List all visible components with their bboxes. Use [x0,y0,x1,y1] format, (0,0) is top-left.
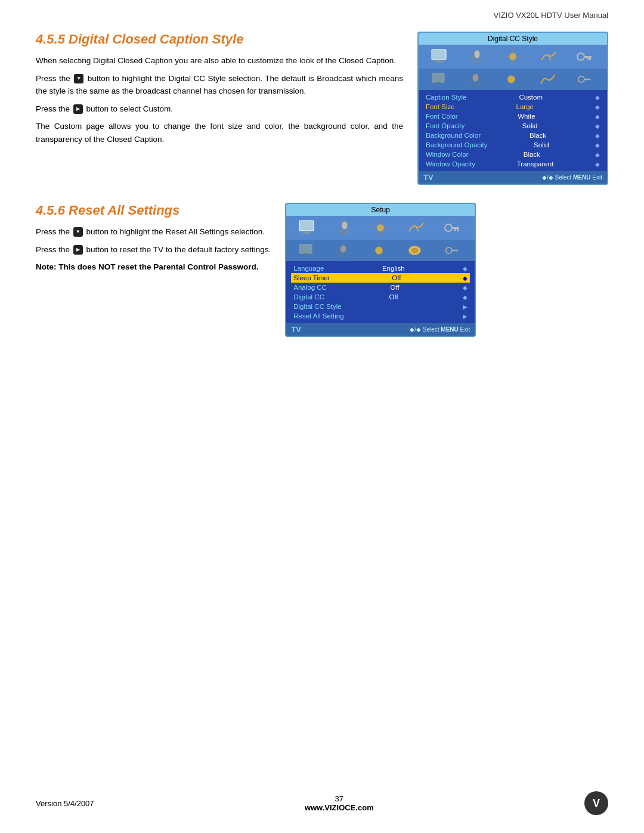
language-arrow: ◆ [463,265,467,272]
page-header: VIZIO VX20L HDTV User Manual [0,0,644,20]
digital-cc-value: Off [389,293,398,301]
svg-rect-14 [432,73,445,82]
small-icon-4 [538,71,559,88]
svg-point-10 [577,53,584,60]
reset-label: Reset All Setting [293,312,343,320]
section-456: 4.5.6 Reset All Settings Press the butto… [36,203,608,337]
panel1-row-bg-opacity: Background Opacity Solid ◆ [423,140,602,150]
setup-panel: Setup [285,203,476,337]
panel1-title: Digital CC Style [419,33,607,45]
small2-icon-2 [334,242,355,259]
font-opacity-arrow: ◆ [595,123,600,129]
svg-rect-34 [300,244,312,253]
font-color-label: Font Color [426,113,458,120]
page-number: 37 [305,794,374,803]
section-455-panel: Digital CC Style [417,32,608,185]
section-456-para2: Press the button to reset the TV to the … [36,243,271,256]
language-label: Language [293,265,324,272]
panel2-row-sleep-timer: Sleep Timer Off ◆ [291,273,470,283]
svg-rect-1 [436,60,441,61]
section-455-text: 4.5.5 Digital Closed Caption Style When … [36,32,403,185]
bg-color-value: Black [530,132,546,139]
bg-opacity-arrow: ◆ [595,142,600,148]
section-456-para1: Press the button to highlight the Reset … [36,225,271,239]
section-456-note: Note: This does NOT reset the Parental C… [36,261,271,274]
digital-cc-style-arrow: ▶ [463,304,467,310]
select-button-icon [73,104,83,114]
reset-arrow: ▶ [463,313,467,320]
panel1-icons-row1 [419,45,607,69]
vizio-logo: V [584,791,608,815]
panel1-row-caption-style: Caption Style Custom ◆ [423,92,602,102]
font-size-label: Font Size [426,103,455,110]
panel2-rows: Language English ◆ Sleep Timer Off ◆ Ana… [286,261,475,323]
font-size-value: Large [516,103,534,110]
small-icon-3 [502,71,524,88]
bird-icon [538,48,559,65]
panel2-footer-controls: ◆/◆ Select MENU Exit [410,326,470,333]
small2-icon-5 [441,242,463,259]
bg-color-label: Background Color [426,132,481,139]
svg-rect-13 [587,58,589,60]
footer-center: 37 www.VIZIOCE.com [305,794,374,812]
small2-icon-3 [370,242,391,259]
small-icon-1 [431,71,452,88]
svg-point-40 [446,247,452,253]
panel1-rows: Caption Style Custom ◆ Font Size Large ◆… [419,90,607,171]
svg-point-3 [474,50,480,58]
font-opacity-value: Solid [522,122,538,129]
version-text: Version 5/4/2007 [36,799,94,808]
website: www.VIZIOCE.com [305,803,374,812]
svg-point-25 [377,224,384,231]
manual-title: VIZIO VX20L HDTV User Manual [494,11,608,20]
monitor2-icon [298,219,320,236]
svg-point-16 [472,74,478,82]
down-button2-icon [73,227,83,237]
microphone-icon [466,48,488,65]
svg-point-36 [340,245,346,253]
panel1-footer-controls: ◆/◆ Select MENU Exit [542,174,602,181]
section-455-para1: When selecting Digital Closed Caption yo… [36,54,403,67]
main-content: 4.5.5 Digital Closed Caption Style When … [0,20,644,379]
select-button2-icon [73,245,83,255]
font-size-arrow: ◆ [595,104,600,110]
section-455-title: 4.5.5 Digital Closed Caption Style [36,32,403,47]
panel2-row-digital-cc: Digital CC Off ◆ [291,292,470,302]
digital-cc-style-panel: Digital CC Style [417,32,608,185]
svg-rect-2 [435,61,443,63]
sleep-timer-label: Sleep Timer [293,274,330,281]
font-color-value: White [518,113,535,120]
svg-rect-19 [584,79,590,80]
panel2-row-language: Language English ◆ [291,264,470,273]
svg-point-5 [509,53,516,60]
svg-rect-35 [304,253,308,255]
svg-rect-12 [589,58,591,60]
section-455-body: When selecting Digital Closed Caption yo… [36,54,403,146]
page-footer: Version 5/4/2007 37 www.VIZIOCE.com V [0,791,644,815]
window-color-label: Window Color [426,151,469,158]
svg-rect-21 [304,231,309,233]
language-value: English [382,265,405,272]
panel1-row-font-color: Font Color White ◆ [423,112,602,121]
section-455-para2: Press the button to highlight the Digita… [36,72,403,98]
small2-icon-1 [298,242,320,259]
small2-icon-4 [405,242,427,259]
panel2-footer: TV ◆/◆ Select MENU Exit [286,323,475,336]
window-opacity-value: Transparent [517,160,554,168]
panel1-icons-row2 [419,69,607,90]
bg-opacity-label: Background Opacity [426,141,488,148]
panel2-footer-tv: TV [291,325,301,334]
svg-point-23 [342,221,348,230]
analog-cc-arrow: ◆ [463,284,467,291]
panel2-icons-row2 [286,240,475,261]
panel1-footer-tv: TV [423,173,434,182]
caption-style-arrow: ◆ [595,94,600,101]
section-456-body: Press the button to highlight the Reset … [36,225,271,274]
svg-point-17 [507,76,515,83]
svg-point-30 [445,224,452,231]
caption-style-label: Caption Style [426,94,466,101]
svg-rect-41 [452,250,458,252]
svg-rect-0 [432,49,446,60]
analog-cc-value: Off [390,284,399,291]
digital-cc-label: Digital CC [293,293,324,301]
